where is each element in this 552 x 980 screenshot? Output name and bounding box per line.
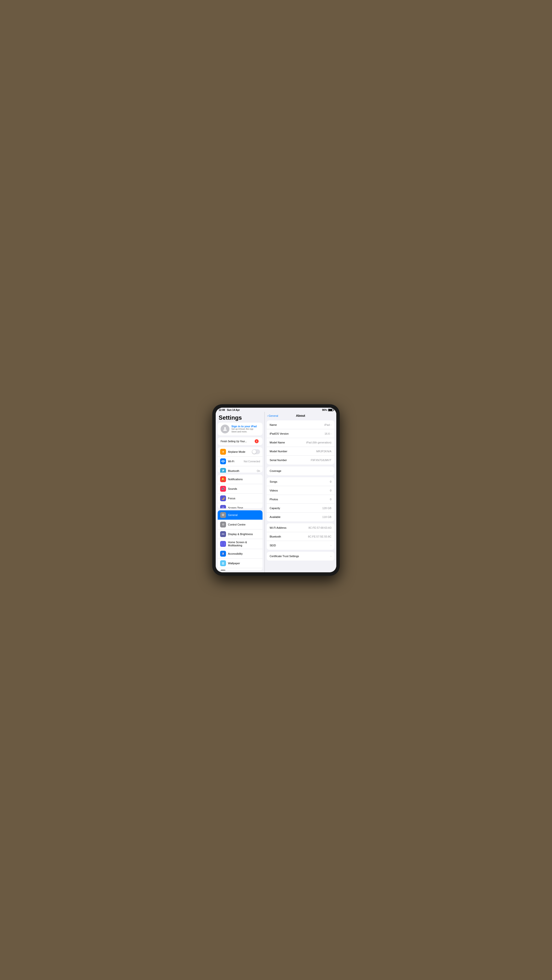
detail-row-serial: Serial Number F9FXN7G8JMVT <box>267 456 334 465</box>
sidebar-item-bluetooth[interactable]: Ᵽ Bluetooth On <box>218 466 263 473</box>
detail-title: About <box>296 414 305 417</box>
sidebar-item-display[interactable]: AA Display & Brightness <box>218 530 263 539</box>
detail-row-wifiaddr: Wi-Fi Address 8C:FE:57:68:63:A3 <box>267 523 334 532</box>
wifi-label: Wi-Fi <box>228 460 235 463</box>
wifiaddr-label: Wi-Fi Address <box>270 526 286 529</box>
homescreen-label: Home Screen &Multitasking <box>228 541 247 547</box>
sounds-icon: 🔊 <box>220 486 226 492</box>
detail-panel: ‹ General About Name iPad › <box>265 412 336 572</box>
wallpaper-label: Wallpaper <box>228 562 240 565</box>
sidebar-item-screentime[interactable]: ⏱ Screen Time <box>218 503 263 508</box>
screentime-icon: ⏱ <box>220 505 226 508</box>
accessibility-label: Accessibility <box>228 552 242 555</box>
sidebar-item-airplane[interactable]: ✈ Airplane Mode <box>218 447 263 457</box>
display-icon: AA <box>220 531 226 537</box>
avatar <box>220 425 230 433</box>
sidebar-item-wifi[interactable]: Wi-Fi Not Connected <box>218 457 263 466</box>
detail-header: ‹ General About <box>265 412 336 420</box>
display-label: Display & Brightness <box>228 533 253 536</box>
status-time: 12:08 Sun 14 Apr <box>219 409 240 411</box>
notifications-icon: 🔔 <box>220 476 226 482</box>
videos-label: Videos <box>270 489 278 492</box>
detail-section-network: Wi-Fi Address 8C:FE:57:68:63:A3 Bluetoot… <box>267 523 334 550</box>
detail-row-coverage[interactable]: Coverage › <box>267 466 334 475</box>
airplane-label: Airplane Mode <box>228 450 246 453</box>
back-button[interactable]: ‹ General <box>267 414 278 417</box>
profile-section[interactable]: Sign in to your iPad Set up iCloud, the … <box>218 423 263 435</box>
available-label: Available <box>270 515 281 519</box>
focus-label: Focus <box>228 497 235 500</box>
btaddr-value: 8C:FE:57:5E:55:8C <box>308 535 332 538</box>
setup-chevron: › <box>258 439 260 443</box>
battery-fill <box>329 409 332 411</box>
back-label: General <box>269 414 278 417</box>
version-value: 16.6 › <box>324 432 332 435</box>
version-chevron: › <box>330 432 332 435</box>
detail-section-cert: Certificate Trust Settings › <box>267 552 334 560</box>
controlcentre-label: Control Centre <box>228 523 246 526</box>
detail-row-songs: Songs 0 <box>267 477 334 486</box>
menu-section-notifications: 🔔 Notifications 🔊 Sounds 🌙 Focus ⏱ Scree… <box>218 474 263 508</box>
detail-row-available: Available 118 GB <box>267 512 334 521</box>
profile-text: Sign in to your iPad Set up iCloud, the … <box>231 425 257 433</box>
detail-row-capacity: Capacity 128 GB <box>267 504 334 512</box>
modelnumber-label: Model Number <box>270 450 287 453</box>
sidebar: Settings Sign in to your iPad Set up iCl… <box>216 412 265 572</box>
sidebar-item-sounds[interactable]: 🔊 Sounds <box>218 484 263 494</box>
detail-row-cert[interactable]: Certificate Trust Settings › <box>267 552 334 560</box>
capacity-value: 128 GB <box>322 507 332 510</box>
sidebar-item-wallpaper[interactable]: 🖼 Wallpaper <box>218 558 263 568</box>
photos-label: Photos <box>270 498 278 501</box>
setup-banner-label: Finish Setting Up Your... <box>220 440 247 443</box>
battery-label: 96% <box>322 409 327 411</box>
airplane-toggle[interactable] <box>252 449 260 454</box>
detail-row-seid[interactable]: SEID › <box>267 541 334 550</box>
seid-value: › <box>330 544 332 547</box>
wifi-value: Not Connected <box>244 460 260 463</box>
sidebar-item-notifications[interactable]: 🔔 Notifications <box>218 474 263 484</box>
menu-section-general: ⚙ General ⊟ Control Centre AA Display & … <box>218 510 263 570</box>
sidebar-item-controlcentre[interactable]: ⊟ Control Centre <box>218 520 263 530</box>
modelnumber-value: MRJP2KN/A <box>316 450 332 453</box>
device-screen: 12:08 Sun 14 Apr 96% Settings <box>216 408 336 572</box>
sidebar-item-general[interactable]: ⚙ General <box>218 510 263 520</box>
cert-label: Certificate Trust Settings <box>270 555 299 558</box>
available-value: 118 GB <box>322 515 332 519</box>
sidebar-item-homescreen[interactable]: ⋮⋮ Home Screen &Multitasking <box>218 539 263 549</box>
back-chevron: ‹ <box>267 414 268 417</box>
wallpaper-icon: 🖼 <box>220 560 226 566</box>
detail-row-name[interactable]: Name iPad › <box>267 420 334 429</box>
detail-row-modelnumber: Model Number MRJP2KN/A <box>267 447 334 456</box>
seid-label: SEID <box>270 544 276 547</box>
modelname-label: Model Name <box>270 441 285 444</box>
songs-label: Songs <box>270 480 277 483</box>
setup-banner[interactable]: Finish Setting Up Your... 1 › <box>218 438 263 445</box>
detail-row-modelname: Model Name iPad (6th generation) <box>267 438 334 447</box>
modelname-value: iPad (6th generation) <box>306 441 332 444</box>
siri-icon <box>220 570 226 570</box>
status-right: 96% <box>322 409 333 411</box>
detail-row-version[interactable]: iPadOS Version 16.6 › <box>267 429 334 438</box>
sidebar-item-focus[interactable]: 🌙 Focus <box>218 494 263 503</box>
wifiaddr-value: 8C:FE:57:68:63:A3 <box>308 526 332 529</box>
screen-content: Settings Sign in to your iPad Set up iCl… <box>216 412 336 572</box>
bluetooth-label: Bluetooth <box>228 469 239 473</box>
device: 12:08 Sun 14 Apr 96% Settings <box>212 404 340 576</box>
coverage-label: Coverage <box>270 469 281 473</box>
serial-label: Serial Number <box>270 459 287 461</box>
sidebar-item-accessibility[interactable]: ♿ Accessibility <box>218 549 263 558</box>
capacity-label: Capacity <box>270 507 280 510</box>
sounds-label: Sounds <box>228 487 237 490</box>
name-chevron: › <box>330 423 332 426</box>
screentime-label: Screen Time <box>228 506 243 508</box>
svg-point-0 <box>224 427 226 429</box>
name-label: Name <box>270 423 277 426</box>
menu-section-connectivity: ✈ Airplane Mode Wi-Fi Not Connected <box>218 447 263 473</box>
setup-banner-right: 1 › <box>254 439 260 443</box>
btaddr-label: Bluetooth <box>270 535 281 538</box>
songs-value: 0 <box>330 480 332 483</box>
videos-value: 0 <box>330 489 332 492</box>
cert-value: › <box>330 555 332 558</box>
sidebar-item-siri[interactable]: Siri & Search <box>218 568 263 570</box>
bluetooth-icon: Ᵽ <box>220 468 226 473</box>
